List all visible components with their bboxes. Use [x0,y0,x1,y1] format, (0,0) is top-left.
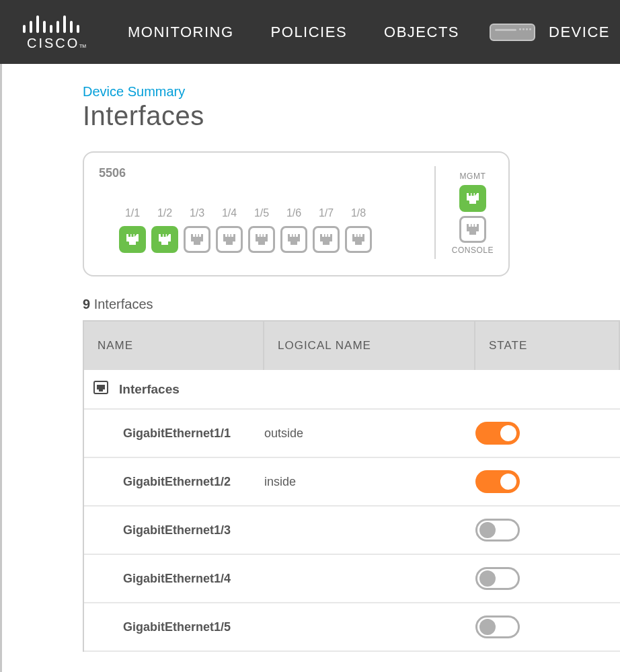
cell-state [475,470,620,493]
svg-rect-19 [199,234,201,237]
port-2[interactable] [151,226,178,253]
port-1[interactable] [119,226,146,253]
mgmt-label: MGMT [452,172,494,181]
table-row[interactable]: GigabitEthernet1/3 [84,507,620,555]
cell-interface-name: GigabitEthernet1/1 [84,426,264,441]
nav-monitoring[interactable]: MONITORING [128,24,234,41]
cell-logical-name: inside [264,475,475,489]
ports-row: 1/1 1/2 1/3 1/4 1/5 1/6 1/7 1/ [119,207,372,253]
cell-interface-name: GigabitEthernet1/4 [84,572,264,586]
nav-policies[interactable]: POLICIES [271,24,347,41]
table-row[interactable]: GigabitEthernet1/4 [84,555,620,603]
interfaces-count: 9 Interfaces [83,297,620,312]
svg-rect-32 [354,234,356,237]
port-mgmt[interactable] [459,185,486,212]
svg-rect-22 [231,234,233,237]
table-row[interactable]: GigabitEthernet1/1outside [84,410,620,458]
cisco-logo: CISCO TM [20,13,87,52]
state-toggle[interactable] [475,615,520,638]
cell-state [475,567,620,590]
svg-rect-39 [471,224,473,227]
cell-state [475,422,620,445]
table-row[interactable]: GigabitEthernet1/5 [84,603,620,652]
cell-logical-name: outside [264,426,475,441]
device-icon [490,24,535,41]
port-3[interactable] [184,226,210,253]
interfaces-count-label: Interfaces [94,297,153,311]
page-body: Device Summary Interfaces 5506 1/1 1/2 1… [0,64,620,672]
page-title: Interfaces [83,101,620,131]
cell-interface-name: GigabitEthernet1/3 [84,523,264,537]
port-8[interactable] [345,226,372,253]
console-label: CONSOLE [452,246,494,255]
port-label-8: 1/8 [351,207,366,219]
svg-rect-24 [261,234,263,237]
interfaces-table: NAME LOGICAL NAME STATE Interfaces Gigab… [83,320,620,652]
svg-text:TM: TM [79,44,86,48]
th-state[interactable]: STATE [475,322,620,370]
nav-objects[interactable]: OBJECTS [384,24,459,41]
svg-rect-20 [225,234,227,237]
nav-device[interactable]: DEVICE [549,24,610,41]
device-panel: 5506 1/1 1/2 1/3 1/4 1/5 1/6 1/7 [83,151,510,276]
svg-rect-29 [322,234,324,237]
port-5[interactable] [248,226,275,253]
port-4[interactable] [216,226,243,253]
table-group-label: Interfaces [119,382,180,397]
port-label-7: 1/7 [319,207,334,219]
port-console[interactable] [459,216,486,243]
device-model: 5506 [99,166,372,180]
port-label-4: 1/4 [222,207,237,219]
table-header: NAME LOGICAL NAME STATE [84,322,620,370]
cell-state [475,615,620,638]
port-label-2: 1/2 [157,207,172,219]
svg-rect-28 [296,234,298,237]
interfaces-count-num: 9 [83,297,90,311]
cell-interface-name: GigabitEthernet1/2 [84,475,264,489]
svg-rect-38 [469,224,471,227]
svg-rect-18 [196,234,198,237]
port-label-3: 1/3 [190,207,204,219]
th-name[interactable]: NAME [84,322,264,370]
svg-rect-26 [290,234,292,237]
svg-rect-34 [360,234,362,237]
state-toggle[interactable] [475,519,520,542]
ethernet-port-icon [93,381,108,398]
svg-rect-31 [328,234,330,237]
svg-rect-23 [258,234,260,237]
state-toggle[interactable] [475,422,520,445]
state-toggle[interactable] [475,567,520,590]
port-6[interactable] [280,226,307,253]
top-nav: CISCO TM MONITORING POLICIES OBJECTS DEV… [0,0,620,64]
device-panel-right: MGMT CONSOLE [434,166,494,259]
nav-device-group[interactable]: DEVICE [490,24,610,41]
svg-rect-30 [325,234,327,237]
svg-rect-33 [358,234,360,237]
table-row[interactable]: GigabitEthernet1/2inside [84,458,620,507]
device-panel-left: 5506 1/1 1/2 1/3 1/4 1/5 1/6 1/7 [99,166,372,259]
port-label-6: 1/6 [286,207,301,219]
nav-items: MONITORING POLICIES OBJECTS [128,24,459,41]
state-toggle[interactable] [475,470,520,493]
port-label-5: 1/5 [254,207,269,219]
th-logical[interactable]: LOGICAL NAME [264,322,475,370]
cell-interface-name: GigabitEthernet1/5 [84,620,264,634]
svg-rect-27 [293,234,295,237]
svg-rect-25 [264,234,266,237]
breadcrumb[interactable]: Device Summary [83,84,620,100]
svg-rect-40 [475,224,477,227]
port-7[interactable] [313,226,340,253]
port-label-1: 1/1 [125,207,140,219]
table-group-row[interactable]: Interfaces [84,370,620,410]
svg-rect-21 [229,234,231,237]
svg-text:CISCO: CISCO [27,36,79,50]
svg-rect-17 [193,234,195,237]
cell-state [475,519,620,542]
